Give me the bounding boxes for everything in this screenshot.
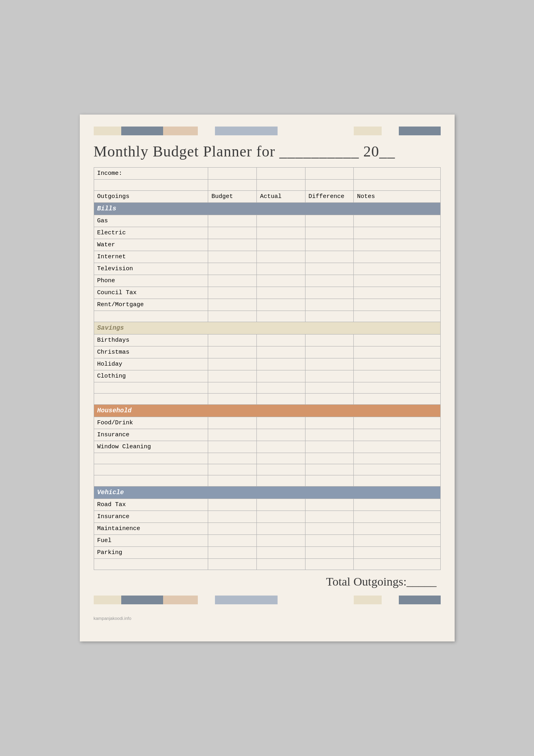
- table-row: Holiday: [94, 358, 440, 370]
- income-row: Income:: [94, 168, 440, 180]
- item-holiday: Holiday: [94, 358, 208, 370]
- household-empty-row-1: [94, 453, 440, 464]
- income-budget[interactable]: [208, 168, 257, 180]
- bills-section-header: Bills: [94, 203, 440, 215]
- item-birthdays: Birthdays: [94, 334, 208, 346]
- col-budget-header: Budget: [208, 191, 257, 203]
- table-row: Insurance: [94, 511, 440, 523]
- savings-label: Savings: [94, 322, 440, 334]
- watermark: kampanjakoodi.info: [94, 616, 132, 621]
- table-row: Water: [94, 239, 440, 251]
- household-label: Household: [94, 405, 440, 417]
- bills-empty-row: [94, 311, 440, 322]
- savings-empty-row-2: [94, 394, 440, 405]
- table-row: Clothing: [94, 370, 440, 382]
- item-rent-mortgage: Rent/Mortgage: [94, 299, 208, 311]
- savings-section-header: Savings: [94, 322, 440, 334]
- col-actual-header: Actual: [256, 191, 305, 203]
- vehicle-empty-row: [94, 559, 440, 570]
- table-row: Parking: [94, 547, 440, 559]
- item-insurance-vehicle: Insurance: [94, 511, 208, 523]
- table-row: Birthdays: [94, 334, 440, 346]
- income-empty-row: [94, 180, 440, 191]
- item-food-drink: Food/Drink: [94, 417, 208, 429]
- item-water: Water: [94, 239, 208, 251]
- budget-table: Income: Outgoings Budget Actual Differen…: [94, 167, 441, 570]
- table-row: Insurance: [94, 429, 440, 441]
- savings-empty-row-1: [94, 382, 440, 394]
- table-row: Gas: [94, 215, 440, 227]
- item-phone: Phone: [94, 275, 208, 287]
- total-outgoings: Total Outgoings:_____: [94, 575, 441, 588]
- page-title: Monthly Budget Planner for __________ 20…: [94, 142, 441, 160]
- table-row: Phone: [94, 275, 440, 287]
- item-window-cleaning: Window Cleaning: [94, 441, 208, 453]
- income-actual[interactable]: [256, 168, 305, 180]
- vehicle-label: Vehicle: [94, 487, 440, 499]
- table-row: Food/Drink: [94, 417, 440, 429]
- budget-planner-page: Monthly Budget Planner for __________ 20…: [80, 115, 455, 641]
- table-row: Fuel: [94, 535, 440, 547]
- income-difference[interactable]: [305, 168, 354, 180]
- item-parking: Parking: [94, 547, 208, 559]
- table-row: Christmas: [94, 346, 440, 358]
- table-row: Road Tax: [94, 499, 440, 511]
- table-row: Television: [94, 263, 440, 275]
- column-header-row: Outgoings Budget Actual Difference Notes: [94, 191, 440, 203]
- item-gas: Gas: [94, 215, 208, 227]
- table-row: Council Tax: [94, 287, 440, 299]
- item-electric: Electric: [94, 227, 208, 239]
- item-internet: Internet: [94, 251, 208, 263]
- bills-label: Bills: [94, 203, 440, 215]
- col-outgoings-header: Outgoings: [94, 191, 208, 203]
- income-label: Income:: [94, 168, 208, 180]
- item-fuel: Fuel: [94, 535, 208, 547]
- household-empty-row-3: [94, 475, 440, 487]
- item-council-tax: Council Tax: [94, 287, 208, 299]
- top-color-strip: [94, 127, 441, 135]
- item-insurance-household: Insurance: [94, 429, 208, 441]
- table-row: Electric: [94, 227, 440, 239]
- table-row: Internet: [94, 251, 440, 263]
- col-difference-header: Difference: [305, 191, 354, 203]
- table-row: Rent/Mortgage: [94, 299, 440, 311]
- vehicle-section-header: Vehicle: [94, 487, 440, 499]
- item-christmas: Christmas: [94, 346, 208, 358]
- col-notes-header: Notes: [354, 191, 440, 203]
- household-empty-row-2: [94, 464, 440, 475]
- household-section-header: Household: [94, 405, 440, 417]
- item-television: Television: [94, 263, 208, 275]
- bottom-color-strip: [94, 596, 441, 604]
- table-row: Maintainence: [94, 523, 440, 535]
- item-road-tax: Road Tax: [94, 499, 208, 511]
- income-notes[interactable]: [354, 168, 440, 180]
- item-maintainence: Maintainence: [94, 523, 208, 535]
- table-row: Window Cleaning: [94, 441, 440, 453]
- item-clothing: Clothing: [94, 370, 208, 382]
